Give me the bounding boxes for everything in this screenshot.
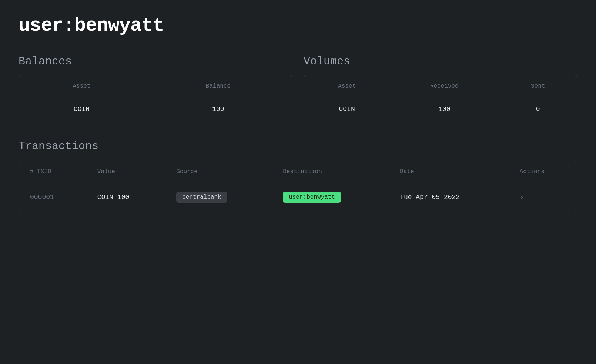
tx-action-chevron-0[interactable]: ›: [520, 193, 524, 202]
tx-destination-badge-0: user:benwyatt: [283, 192, 341, 203]
tx-value-0: COIN 100: [86, 183, 165, 211]
balances-title: Balances: [19, 55, 292, 68]
transactions-table-header: # TXID Value Source Destination Date Act…: [19, 160, 577, 183]
balances-col-asset: Asset: [19, 75, 144, 97]
tx-txid-0: 000001: [19, 183, 86, 211]
volumes-table: Asset Received Sent COIN 100 0: [304, 75, 577, 121]
transactions-title: Transactions: [19, 140, 577, 152]
balances-table: Asset Balance COIN 100: [19, 75, 292, 121]
balances-row-0: COIN 100: [19, 97, 292, 121]
tx-source-0: centralbank: [165, 183, 272, 211]
page-title: user:benwyatt: [19, 15, 577, 37]
tx-source-badge-0: centralbank: [176, 192, 227, 203]
transactions-table-body: 000001 COIN 100 centralbank user:benwyat…: [19, 183, 577, 211]
transactions-table: # TXID Value Source Destination Date Act…: [19, 160, 577, 211]
balances-header-row: Asset Balance: [19, 75, 292, 97]
tx-col-actions: Actions: [509, 160, 577, 183]
volumes-received-0: 100: [390, 97, 499, 121]
volumes-table-container: Asset Received Sent COIN 100 0: [304, 75, 577, 121]
tx-col-date: Date: [389, 160, 509, 183]
tx-col-value: Value: [86, 160, 165, 183]
volumes-header-row: Asset Received Sent: [304, 75, 577, 97]
volumes-title: Volumes: [304, 55, 577, 68]
tx-row-0: 000001 COIN 100 centralbank user:benwyat…: [19, 183, 577, 211]
balances-table-header: Asset Balance: [19, 75, 292, 97]
transactions-header-row: # TXID Value Source Destination Date Act…: [19, 160, 577, 183]
tx-col-destination: Destination: [272, 160, 389, 183]
volumes-table-header: Asset Received Sent: [304, 75, 577, 97]
volumes-row-0: COIN 100 0: [304, 97, 577, 121]
volumes-asset-0: COIN: [304, 97, 390, 121]
tx-date-0: Tue Apr 05 2022: [389, 183, 509, 211]
balances-table-body: COIN 100: [19, 97, 292, 121]
balances-section: Balances Asset Balance COIN 100: [19, 55, 292, 121]
tx-actions-0[interactable]: ›: [509, 183, 577, 211]
balances-col-balance: Balance: [144, 75, 292, 97]
tx-destination-0: user:benwyatt: [272, 183, 389, 211]
volumes-table-body: COIN 100 0: [304, 97, 577, 121]
balances-asset-0: COIN: [19, 97, 144, 121]
tx-col-txid: # TXID: [19, 160, 86, 183]
transactions-section: Transactions # TXID Value Source Destina…: [19, 140, 577, 211]
transactions-table-container: # TXID Value Source Destination Date Act…: [19, 160, 577, 211]
balances-balance-0: 100: [144, 97, 292, 121]
volumes-section: Volumes Asset Received Sent COIN 100 0: [304, 55, 577, 121]
balances-table-container: Asset Balance COIN 100: [19, 75, 292, 121]
volumes-col-received: Received: [390, 75, 499, 97]
volumes-sent-0: 0: [499, 97, 577, 121]
tx-col-source: Source: [165, 160, 272, 183]
volumes-col-asset: Asset: [304, 75, 390, 97]
volumes-col-sent: Sent: [499, 75, 577, 97]
